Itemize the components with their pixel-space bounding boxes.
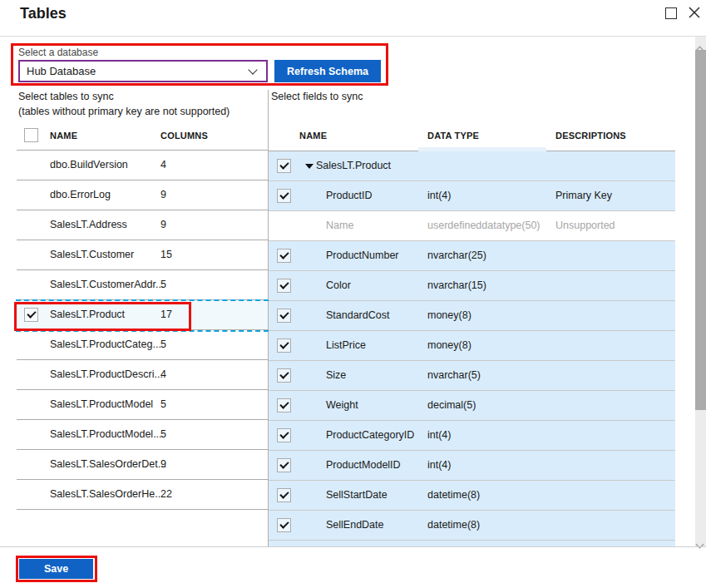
field-row[interactable]: Nameuserdefineddatatype(50)Unsupported bbox=[269, 211, 675, 241]
field-row[interactable]: ProductModelIDint(4) bbox=[269, 451, 675, 481]
table-row[interactable]: SalesLT.Address9 bbox=[17, 210, 268, 240]
field-name: StandardCost bbox=[326, 301, 389, 330]
tables-header-columns: COLUMNS bbox=[160, 131, 208, 141]
table-row[interactable]: dbo.BuildVersion4 bbox=[17, 151, 268, 180]
scroll-down-icon[interactable] bbox=[697, 536, 704, 543]
table-name: dbo.ErrorLog bbox=[50, 180, 111, 210]
field-name: ProductNumber bbox=[326, 241, 399, 270]
restore-icon[interactable] bbox=[665, 7, 677, 19]
table-column-count: 22 bbox=[160, 480, 172, 509]
table-row[interactable]: SalesLT.SalesOrderDet...9 bbox=[17, 450, 268, 480]
table-column-count: 5 bbox=[160, 420, 166, 449]
table-name: SalesLT.ProductCateg... bbox=[50, 330, 161, 359]
row-checkbox[interactable] bbox=[277, 368, 291, 383]
field-data-type: datetime(8) bbox=[427, 511, 480, 540]
field-row[interactable]: Sizenvarchar(5) bbox=[269, 361, 675, 391]
field-row[interactable]: SellStartDatedatetime(8) bbox=[269, 481, 675, 511]
table-name: SalesLT.ProductModel... bbox=[50, 420, 162, 449]
field-data-type: nvarchar(5) bbox=[427, 361, 481, 390]
row-checkbox[interactable] bbox=[277, 488, 291, 502]
table-row[interactable]: SalesLT.ProductModel...5 bbox=[17, 420, 268, 450]
field-data-type: userdefineddatatype(50) bbox=[427, 211, 541, 240]
table-row[interactable]: SalesLT.SalesOrderHe...22 bbox=[17, 480, 268, 510]
field-data-type: nvarchar(25) bbox=[427, 241, 486, 270]
table-row[interactable]: SalesLT.ProductCateg...5 bbox=[17, 330, 268, 360]
scrollbar-thumb[interactable] bbox=[695, 50, 706, 410]
table-column-count: 9 bbox=[160, 450, 166, 479]
row-checkbox[interactable] bbox=[277, 458, 291, 472]
field-row[interactable]: ProductCategoryIDint(4) bbox=[269, 421, 675, 451]
table-column-count: 9 bbox=[160, 180, 166, 210]
fields-header-name: NAME bbox=[299, 131, 327, 141]
table-column-count: 17 bbox=[160, 300, 172, 329]
table-column-count: 5 bbox=[160, 330, 166, 359]
field-data-type: decimal(5) bbox=[427, 391, 476, 420]
field-data-type: int(4) bbox=[427, 181, 451, 210]
row-checkbox[interactable] bbox=[24, 308, 38, 322]
table-name: dbo.BuildVersion bbox=[50, 151, 128, 180]
field-data-type: int(4) bbox=[427, 451, 451, 480]
field-name: SalesLT.Product bbox=[316, 151, 391, 180]
select-all-tables-checkbox[interactable] bbox=[24, 128, 38, 142]
field-description: Unsupported bbox=[555, 211, 615, 240]
field-data-type: money(8) bbox=[427, 301, 471, 330]
table-column-count: 4 bbox=[160, 360, 166, 389]
database-dropdown[interactable]: Hub Database bbox=[18, 60, 268, 82]
field-row[interactable]: ProductNumbernvarchar(25) bbox=[269, 241, 675, 271]
field-row[interactable]: ListPricemoney(8) bbox=[269, 331, 675, 361]
field-row[interactable]: SellEndDatedatetime(8) bbox=[269, 511, 675, 541]
table-name: SalesLT.SalesOrderDet... bbox=[50, 450, 166, 479]
row-checkbox[interactable] bbox=[277, 309, 291, 323]
scroll-up-icon[interactable] bbox=[697, 42, 704, 49]
footer-divider bbox=[0, 546, 706, 547]
field-row-partial[interactable] bbox=[269, 541, 675, 546]
tables-panel-title: Select tables to sync bbox=[18, 91, 114, 102]
field-row[interactable]: ProductIDint(4)Primary Key bbox=[269, 181, 675, 211]
page-title: Tables bbox=[20, 5, 67, 22]
table-column-count: 9 bbox=[160, 210, 166, 240]
save-button[interactable]: Save bbox=[19, 559, 93, 579]
field-name: ListPrice bbox=[326, 331, 366, 360]
row-checkbox[interactable] bbox=[277, 338, 291, 353]
database-dropdown-value: Hub Database bbox=[27, 65, 96, 77]
row-checkbox[interactable] bbox=[277, 518, 291, 532]
table-row[interactable]: SalesLT.ProductDescri...4 bbox=[17, 360, 268, 390]
table-name: SalesLT.CustomerAddr... bbox=[50, 270, 164, 299]
table-row[interactable]: SalesLT.ProductModel5 bbox=[17, 390, 268, 420]
fields-header-data-type: DATA TYPE bbox=[427, 131, 479, 141]
table-column-count: 5 bbox=[160, 270, 166, 299]
database-label: Select a database bbox=[18, 47, 98, 58]
triangle-down-icon[interactable] bbox=[305, 164, 314, 169]
tables-list: dbo.BuildVersion4dbo.ErrorLog9SalesLT.Ad… bbox=[17, 151, 268, 510]
row-checkbox[interactable] bbox=[277, 159, 291, 173]
field-name: SellStartDate bbox=[326, 481, 388, 510]
chevron-down-icon bbox=[248, 65, 257, 74]
table-column-count: 4 bbox=[160, 151, 166, 180]
table-row[interactable]: SalesLT.CustomerAddr...5 bbox=[17, 270, 268, 300]
row-checkbox[interactable] bbox=[277, 428, 291, 442]
tables-panel-subtitle: (tables without primary key are not supp… bbox=[18, 106, 230, 117]
tables-header-name: NAME bbox=[50, 131, 77, 141]
row-checkbox[interactable] bbox=[277, 249, 291, 263]
field-row[interactable]: Weightdecimal(5) bbox=[269, 391, 675, 421]
table-row[interactable]: SalesLT.Product17 bbox=[17, 300, 268, 330]
field-name: SellEndDate bbox=[326, 511, 384, 540]
table-row[interactable]: SalesLT.Customer15 bbox=[17, 240, 268, 270]
field-data-type: nvarchar(15) bbox=[427, 271, 486, 300]
table-name: SalesLT.Customer bbox=[50, 240, 134, 269]
fields-list: SalesLT.ProductProductIDint(4)Primary Ke… bbox=[269, 151, 675, 546]
row-checkbox[interactable] bbox=[277, 279, 291, 293]
field-group-row[interactable]: SalesLT.Product bbox=[269, 151, 675, 181]
field-name: Weight bbox=[326, 391, 358, 420]
close-icon[interactable] bbox=[688, 6, 701, 19]
row-checkbox[interactable] bbox=[277, 398, 291, 413]
refresh-schema-button[interactable]: Refresh Schema bbox=[274, 60, 381, 82]
field-row[interactable]: Colornvarchar(15) bbox=[269, 271, 675, 301]
row-checkbox[interactable] bbox=[277, 189, 291, 203]
title-divider bbox=[0, 36, 706, 37]
field-name: ProductModelID bbox=[326, 451, 401, 480]
table-name: SalesLT.SalesOrderHe... bbox=[50, 480, 164, 509]
field-row[interactable]: StandardCostmoney(8) bbox=[269, 301, 675, 331]
table-row[interactable]: dbo.ErrorLog9 bbox=[17, 180, 268, 210]
field-name: ProductID bbox=[326, 181, 373, 210]
